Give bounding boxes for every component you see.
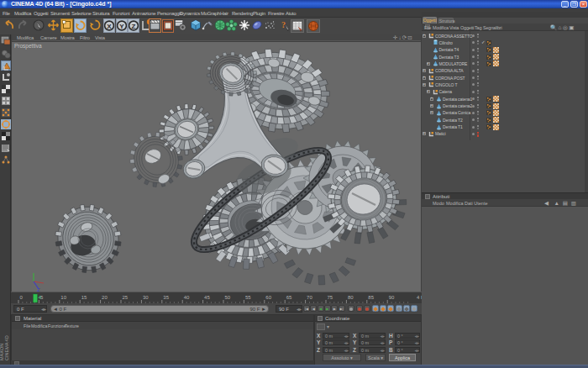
svg-text:0: 0: [20, 295, 24, 300]
svg-text:10: 10: [60, 295, 66, 300]
svg-text:65: 65: [286, 295, 292, 300]
svg-text:?: ?: [281, 20, 286, 29]
svg-text:Y: Y: [119, 23, 124, 30]
svg-text:85: 85: [368, 295, 374, 300]
svg-text:15: 15: [81, 295, 87, 300]
svg-text:40: 40: [184, 295, 190, 300]
svg-text:Z: Z: [132, 23, 136, 30]
svg-text:35: 35: [163, 295, 169, 300]
svg-text:75: 75: [328, 295, 333, 300]
svg-text:60: 60: [265, 295, 271, 300]
svg-text:50: 50: [225, 295, 231, 300]
svg-text:X: X: [107, 23, 112, 30]
svg-text:70: 70: [307, 295, 312, 300]
svg-text:55: 55: [245, 295, 251, 300]
svg-text:25: 25: [123, 295, 129, 300]
svg-text:20: 20: [102, 295, 108, 300]
svg-text:90: 90: [389, 295, 395, 300]
svg-text:30: 30: [143, 295, 149, 300]
svg-text:80: 80: [348, 295, 354, 300]
svg-text:45: 45: [204, 295, 210, 300]
